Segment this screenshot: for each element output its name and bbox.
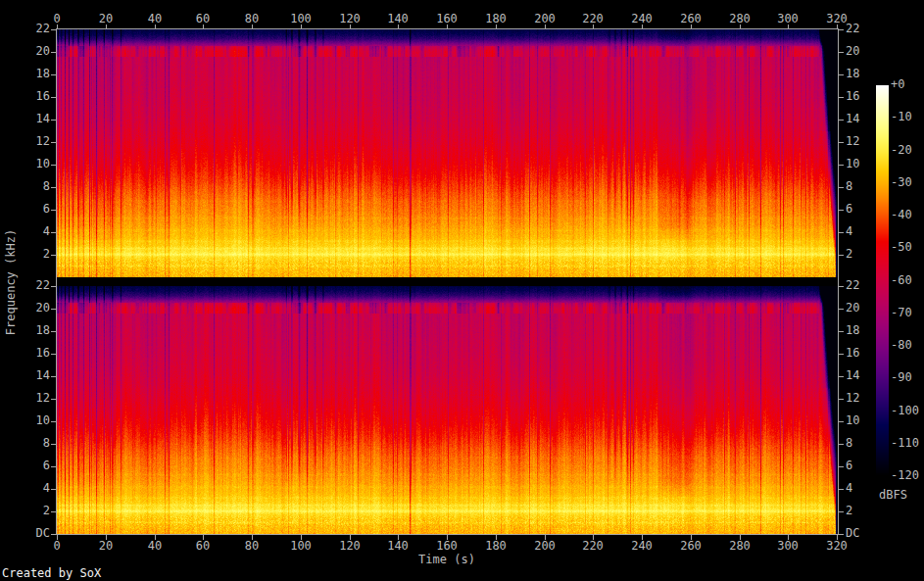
freq-tick-label-right: 2 [846, 248, 852, 261]
freq-tick-label-right: 14 [846, 369, 859, 382]
freq-tick-mark-left [51, 331, 56, 332]
db-tick-label: +0 [891, 78, 904, 91]
credit-text: Created by SoX [2, 567, 101, 580]
freq-tick-mark-right [839, 210, 844, 211]
freq-tick-label-left: 16 [0, 90, 50, 103]
plot-frame-top [56, 28, 839, 29]
freq-tick-label-right: 10 [846, 158, 859, 170]
freq-tick-mark-right [839, 187, 844, 188]
freq-tick-label-left: 6 [0, 460, 50, 472]
time-tick-label-top: 20 [86, 13, 125, 25]
freq-tick-mark-left [51, 444, 56, 445]
freq-tick-mark-right [839, 286, 844, 287]
time-tick-label-top: 240 [622, 13, 661, 25]
freq-tick-label-right: 10 [846, 414, 859, 427]
freq-tick-label-left: 14 [0, 113, 50, 125]
freq-tick-mark-left [51, 421, 56, 422]
freq-tick-mark-right [839, 165, 844, 166]
time-tick-label-bottom: 320 [817, 540, 856, 553]
freq-tick-label-left: 20 [0, 45, 50, 58]
freq-tick-label-left: 10 [0, 158, 50, 170]
freq-tick-mark-left [51, 466, 56, 467]
colorbar-gradient [876, 85, 889, 476]
db-tick-label: -50 [891, 241, 912, 254]
time-tick-label-bottom: 100 [281, 540, 320, 553]
freq-tick-mark-left [51, 74, 56, 75]
freq-tick-label-right: 18 [846, 68, 859, 80]
db-tick-label: -80 [891, 339, 912, 352]
time-tick-label-top: 300 [768, 13, 807, 25]
freq-tick-mark-left [51, 309, 56, 310]
freq-tick-mark-left [51, 120, 56, 121]
freq-tick-label-left: 14 [0, 369, 50, 382]
freq-tick-label-left: DC [0, 527, 50, 540]
freq-tick-label-left: 6 [0, 203, 50, 216]
freq-tick-mark-right [839, 354, 844, 355]
freq-tick-mark-right [839, 331, 844, 332]
time-tick-label-top: 160 [427, 13, 466, 25]
plot-frame-left [56, 28, 57, 535]
db-tick-label: -100 [891, 405, 919, 417]
freq-tick-mark-left [51, 286, 56, 287]
freq-tick-label-left: 18 [0, 68, 50, 80]
time-tick-label-bottom: 20 [86, 540, 125, 553]
freq-tick-mark-left [51, 354, 56, 355]
freq-tick-mark-left [51, 52, 56, 53]
freq-tick-label-right: 18 [846, 324, 859, 337]
time-tick-label-bottom: 280 [720, 540, 759, 553]
freq-tick-mark-right [839, 309, 844, 310]
freq-tick-label-right: 14 [846, 113, 859, 125]
freq-tick-label-left: 12 [0, 392, 50, 405]
db-tick-label: -120 [891, 469, 919, 482]
freq-tick-label-right: 2 [846, 505, 852, 517]
time-tick-label-bottom: 180 [476, 540, 515, 553]
time-tick-label-top: 180 [476, 13, 515, 25]
freq-tick-label-right: 12 [846, 135, 859, 148]
time-tick-label-top: 260 [671, 13, 710, 25]
freq-tick-label-right: 12 [846, 392, 859, 405]
db-tick-label: -90 [891, 371, 912, 384]
time-tick-label-bottom: 80 [232, 540, 271, 553]
freq-tick-mark-left [51, 399, 56, 400]
freq-tick-mark-right [839, 52, 844, 53]
db-tick-label: -30 [891, 176, 912, 189]
freq-tick-mark-left [51, 210, 56, 211]
plot-frame-right [838, 28, 839, 535]
freq-tick-mark-right [839, 376, 844, 377]
time-tick-label-top: 80 [232, 13, 271, 25]
db-tick-label: -10 [891, 111, 912, 123]
freq-tick-label-left: 8 [0, 180, 50, 193]
time-tick-label-bottom: 160 [427, 540, 466, 553]
freq-tick-label-right: 4 [846, 482, 852, 495]
time-tick-label-bottom: 120 [330, 540, 369, 553]
time-tick-label-bottom: 240 [622, 540, 661, 553]
freq-tick-mark-right [839, 421, 844, 422]
x-axis-title: Time (s) [398, 554, 496, 566]
freq-tick-mark-left [51, 489, 56, 490]
freq-tick-label-left: 4 [0, 482, 50, 495]
time-tick-label-top: 280 [720, 13, 759, 25]
freq-tick-label-right: 22 [846, 279, 859, 292]
time-tick-label-top: 220 [573, 13, 612, 25]
time-tick-label-bottom: 300 [768, 540, 807, 553]
freq-tick-mark-right [839, 511, 844, 512]
spectrogram-panel-left-channel [57, 29, 838, 277]
time-tick-label-bottom: 260 [671, 540, 710, 553]
time-tick-label-bottom: 200 [525, 540, 564, 553]
freq-tick-mark-left [51, 97, 56, 98]
freq-tick-mark-right [839, 120, 844, 121]
freq-tick-mark-right [839, 444, 844, 445]
freq-tick-mark-left [51, 187, 56, 188]
time-tick-label-top: 140 [378, 13, 417, 25]
time-tick-label-top: 40 [135, 13, 174, 25]
freq-tick-label-left: 16 [0, 347, 50, 360]
freq-tick-mark-left [51, 511, 56, 512]
time-tick-label-bottom: 40 [135, 540, 174, 553]
freq-tick-label-left: 22 [0, 23, 50, 35]
db-tick-label: -20 [891, 144, 912, 157]
freq-tick-mark-right [839, 255, 844, 256]
time-tick-label-top: 100 [281, 13, 320, 25]
freq-tick-label-right: 6 [846, 460, 852, 472]
freq-tick-label-left: 10 [0, 414, 50, 427]
freq-tick-label-right: DC [846, 527, 859, 540]
